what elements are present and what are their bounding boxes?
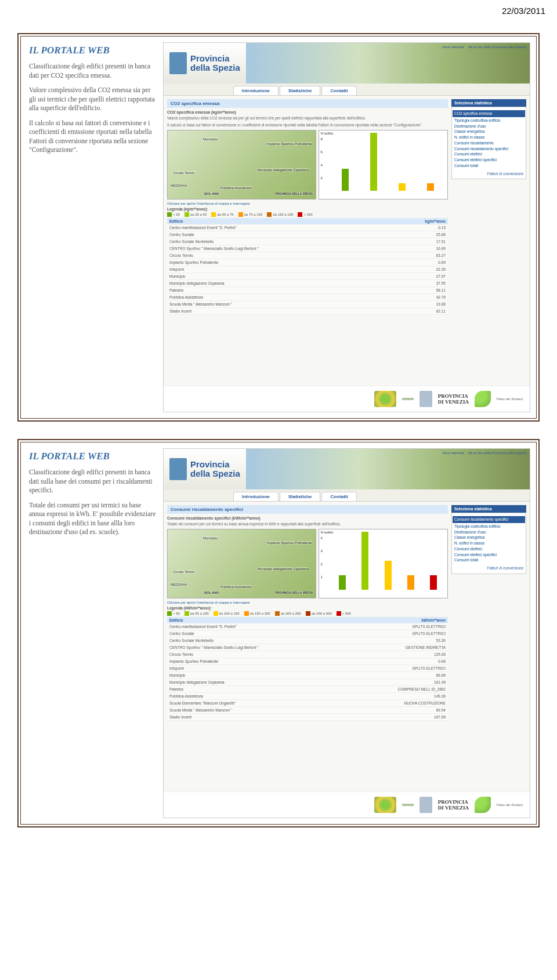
tab-contatti[interactable]: Contatti	[321, 86, 356, 95]
main-content: Consumi riscaldamento specifici Consumi …	[164, 502, 451, 792]
slide2-desc2: Totale dei consumi per usi termici su ba…	[29, 501, 158, 537]
province-name: Provincia della Spezia	[190, 460, 240, 479]
logo-venezia-text: PROVINCIADI VENEZIA	[438, 799, 469, 811]
header-top-links[interactable]: Area riservata Vai al sito della Provinc…	[442, 451, 526, 455]
tab-statistiche[interactable]: Statistiche	[280, 492, 320, 501]
province-name: Provincia della Spezia	[190, 54, 240, 73]
sidebar-item[interactable]: Consumi totali	[454, 557, 523, 563]
bar	[370, 133, 377, 191]
table-row: Centro manifestazioni Eventi "S. Pertini…	[167, 224, 448, 231]
footer-logos: 202020 PROVINCIADI VENEZIA Patto dei Sin…	[164, 792, 530, 818]
sidebar-link[interactable]: Fattori di conversione	[454, 171, 523, 177]
table-row: Municipio27.97	[167, 273, 448, 280]
nav-tabs: Introduzione Statistiche Contatti	[164, 489, 530, 502]
sidebar-heading: Seleziona statistica	[451, 99, 526, 107]
bar-chart: N°edifici 2468	[319, 130, 448, 199]
legend-item: < 50	[167, 611, 180, 616]
table-row: Scuola Media " Alessandro Manzoni "19.08	[167, 300, 448, 307]
bar	[361, 532, 368, 590]
table-row: Pubblica Assistenza42.79	[167, 293, 448, 300]
legend-item: da 150 a 200	[244, 611, 270, 616]
table-row: CENTRO Sportivo " Maresciallo Scelto Lui…	[167, 245, 448, 252]
table-row: Pubblica Assistenza149.36	[167, 692, 448, 699]
tab-introduzione[interactable]: Introduzione	[233, 86, 278, 95]
table-row: Centro Sociale Montebello53.26	[167, 637, 448, 644]
sidebar-item[interactable]: Consumi riscaldamento specifici	[453, 516, 525, 523]
sidebar-select-list[interactable]: Consumi riscaldamento specificiTipologia…	[451, 513, 526, 574]
sidebar-item[interactable]: N. edifici in classe	[454, 540, 523, 546]
content-blurb-1: Valore complessivo della CO2 emessa sia …	[167, 116, 448, 121]
header-top-links[interactable]: Area riservata Vai al sito della Provinc…	[442, 45, 526, 49]
section-heading: Consumi riscaldamento specifici	[167, 505, 448, 514]
table-row: Centro Sociale25.08	[167, 231, 448, 238]
sidebar-item[interactable]: Consumi elettrici	[454, 546, 523, 552]
content-subtitle: Consumi riscaldamento specifici (kWh/m²*…	[167, 516, 448, 520]
sidebar-item[interactable]: Consumi elettrici specifici	[454, 157, 523, 163]
sidebar-item[interactable]: Destinazione d'uso	[454, 529, 523, 535]
bar	[385, 561, 392, 590]
province-crest-icon	[169, 458, 187, 480]
section-heading: CO2 specifica emessa	[167, 99, 448, 108]
right-sidebar: Seleziona statistica Consumi riscaldamen…	[451, 502, 530, 792]
sidebar-select-list[interactable]: CO2 specifica emessaTipologia costruttiv…	[451, 107, 526, 179]
slide2-right-column: Provincia della Spezia Area riservata Va…	[163, 442, 536, 824]
sidebar-item[interactable]: Consumi elettrici specifici	[454, 552, 523, 558]
legend-item: > 150	[298, 212, 312, 217]
map-footer-link[interactable]: Cliccare per aprire l'interfaccia di map…	[167, 601, 448, 604]
legend-item: da 200 a 250	[275, 611, 301, 616]
sidebar-item[interactable]: Tipologia costruttiva edificio	[454, 118, 523, 124]
sidebar-link[interactable]: Fattori di conversione	[454, 565, 523, 571]
map-view[interactable]: Municipio Impianto Sportivo Polivalente …	[167, 529, 316, 598]
table-row: Centro Sociale Montebello17.51	[167, 238, 448, 245]
slide1-desc1: Classificazione degli edifici presenti i…	[29, 62, 158, 80]
tab-contatti[interactable]: Contatti	[321, 492, 356, 501]
content-subtitle: CO2 specifica emessa (kg/m²*anno)	[167, 110, 448, 114]
logo-patto-icon	[475, 391, 491, 407]
sidebar-item[interactable]: N. edifici in classe	[454, 135, 523, 140]
portal-screenshot-2: Provincia della Spezia Area riservata Va…	[163, 448, 530, 818]
sidebar-item[interactable]: Consumi riscaldamento	[454, 140, 523, 146]
sidebar-item[interactable]: Consumi riscaldamento specifici	[454, 146, 523, 152]
bar	[427, 183, 434, 191]
sidebar-item[interactable]: Tipologia costruttiva edificio	[454, 524, 523, 529]
table-row: Impianto Sportivo Polivalente0.96	[167, 658, 448, 665]
logo-202020-icon	[374, 391, 396, 407]
footer-logos: 202020 PROVINCIADI VENEZIA Patto dei Sin…	[164, 386, 530, 412]
tab-statistiche[interactable]: Statistiche	[280, 86, 320, 95]
legend-2: < 50da 50 a 100da 100 a 150da 150 a 200d…	[167, 611, 448, 616]
content-blurb-2: Il calcolo si basa sui fattori di conver…	[167, 123, 448, 128]
table-row: Impianto Sportivo Polivalente0.89	[167, 259, 448, 266]
table-header-edificio: Edificio	[167, 218, 389, 224]
slide-1: IL PORTALE WEB Classificazione degli edi…	[17, 33, 540, 422]
portal-header: Provincia della Spezia Area riservata Va…	[164, 43, 530, 84]
table-row: Scuola Elementare "Manzoni Ungaretti"NUO…	[167, 699, 448, 706]
bar	[342, 169, 349, 191]
table-row: Circolo Tennis83.27	[167, 252, 448, 259]
table-row: Stadio Incerti62.11	[167, 307, 448, 314]
tab-introduzione[interactable]: Introduzione	[233, 492, 278, 501]
sidebar-item[interactable]: Consumi totali	[454, 163, 523, 169]
table-row: CENTRO Sportivo " Maresciallo Scelto Lui…	[167, 644, 448, 651]
map-footer-link[interactable]: Cliccare per aprire l'interfaccia di map…	[167, 202, 448, 205]
page-date: 22/03/2011	[0, 0, 557, 16]
slide1-desc2: Valore complessivo della CO2 emessa sia …	[29, 86, 158, 113]
sidebar-item[interactable]: CO2 specifica emessa	[453, 110, 525, 117]
legend-item: da 25 a 50	[185, 212, 207, 217]
bar	[339, 575, 346, 590]
logo-venezia-crest-icon	[419, 797, 432, 813]
table-row: Centro manifestazioni Eventi "S. Pertini…	[167, 623, 448, 630]
slide2-desc1: Classificazione degli edifici presenti i…	[29, 468, 158, 495]
sidebar-item[interactable]: Classe energetica	[454, 129, 523, 135]
map-view[interactable]: Municipio Impianto Sportivo Polivalente …	[167, 130, 316, 199]
slide1-left-column: IL PORTALE WEB Classificazione degli edi…	[21, 37, 163, 418]
legend-1: < 25da 25 a 50da 50 a 75da 75 a 150da 15…	[167, 212, 448, 217]
legend-title: Legenda (kWh/m²*anno):	[167, 606, 448, 610]
slide1-title: IL PORTALE WEB	[29, 45, 158, 56]
sidebar-item[interactable]: Destinazione d'uso	[454, 124, 523, 129]
data-table-1: Edificio kg/m²*anno Centro manifestazion…	[167, 218, 448, 315]
province-crest-icon	[169, 52, 187, 74]
sidebar-item[interactable]: Consumi elettrici	[454, 151, 523, 157]
header-photo: Area riservata Vai al sito della Provinc…	[246, 449, 530, 489]
header-photo: Area riservata Vai al sito della Provinc…	[246, 43, 530, 84]
sidebar-item[interactable]: Classe energetica	[454, 535, 523, 540]
